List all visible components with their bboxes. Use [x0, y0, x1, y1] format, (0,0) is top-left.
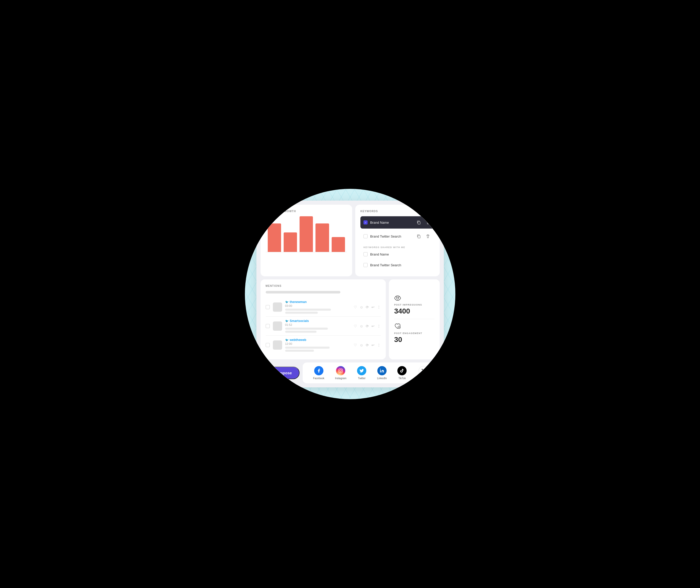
mention-text-1 [285, 309, 331, 311]
bar-5 [331, 237, 345, 252]
twitter-bird-icon-2: 🐦 [285, 319, 289, 323]
facebook-label: Facebook [313, 377, 324, 380]
stats-card: POST IMPRESSIONS 3400 POST ENGAGEMENT 30 [389, 279, 440, 359]
mention-actions-3: ♡ ☺ ⟳ ↩ ⋮ [354, 343, 381, 347]
social-platforms-card: Facebook Instagram [302, 362, 440, 383]
facebook-icon [314, 366, 323, 375]
keyword-actions-brand-name [415, 219, 432, 226]
svg-rect-1 [418, 236, 420, 238]
svg-point-5 [340, 370, 342, 372]
keywords-card: KEYWORDS ✓ Brand Name [355, 205, 440, 276]
mentions-search-bar [266, 291, 340, 293]
footer-row: Compose Facebook [260, 362, 440, 383]
more-icon-1[interactable]: ⋮ [377, 305, 381, 309]
compose-button[interactable]: Compose [260, 367, 299, 379]
keyword-checkbox-shared-brand-twitter[interactable] [364, 263, 368, 267]
more-icon-3[interactable]: ⋮ [377, 343, 381, 347]
engagement-icon [394, 323, 434, 331]
keyword-checkbox-brand-twitter[interactable] [364, 234, 368, 238]
compose-label: Compose [274, 371, 292, 375]
platform-facebook[interactable]: Facebook [313, 366, 324, 380]
mention-item-webtheweb: 🐦 webtheweb 12:00 ♡ ☺ ⟳ ↩ ⋮ [266, 336, 381, 354]
reply-icon-1[interactable]: ↩ [372, 305, 375, 309]
linkedin-label: LinkedIn [377, 377, 387, 380]
mention-username-3: webtheweb [290, 338, 306, 342]
x-twitter-label: X (Twitter) [418, 377, 429, 380]
twitter-bird-icon-3: 🐦 [285, 338, 289, 342]
audience-growth-title: AUDIENCE GROWTH [266, 210, 347, 213]
impressions-icon [394, 295, 434, 302]
mention-user-1: 🐦 thenewman [285, 300, 351, 304]
keyword-label-brand-twitter: Brand Twitter Search [370, 234, 413, 238]
mention-item-smartsocials: 🐦 Smartsocials 01:52 ♡ ☺ ⟳ ↩ ⋮ [266, 317, 381, 336]
emoji-icon-3[interactable]: ☺ [360, 343, 363, 347]
mention-checkbox-1[interactable] [266, 305, 270, 309]
keyword-label-shared-brand-twitter: Brand Twitter Search [370, 263, 432, 267]
keyword-row-brand-twitter[interactable]: Brand Twitter Search [361, 230, 435, 242]
retweet-icon-2[interactable]: ⟳ [366, 324, 369, 328]
platform-twitter[interactable]: Twitter [357, 366, 366, 380]
mention-avatar-2 [273, 321, 282, 331]
more-icon-2[interactable]: ⋮ [377, 324, 381, 328]
instagram-icon [336, 366, 345, 375]
mentions-title: MENTIONS [266, 285, 381, 287]
retweet-icon-1[interactable]: ⟳ [366, 305, 369, 309]
audience-growth-card: AUDIENCE GROWTH [260, 205, 352, 276]
mention-username-1: thenewman [290, 300, 307, 304]
platform-linkedin[interactable]: LinkedIn [377, 366, 387, 380]
twitter-label: Twitter [358, 377, 366, 380]
svg-rect-0 [418, 222, 420, 224]
copy-keyword-button[interactable] [415, 219, 422, 226]
post-engagement-value: 30 [394, 336, 434, 344]
svg-point-8 [380, 369, 381, 370]
keyword-checkbox-shared-brand-name[interactable] [364, 252, 368, 256]
twitter-icon [357, 366, 366, 375]
emoji-icon-1[interactable]: ☺ [360, 305, 363, 309]
platform-instagram[interactable]: Instagram [335, 366, 346, 380]
keyword-row-shared-brand-twitter[interactable]: Brand Twitter Search [361, 260, 435, 270]
svg-rect-7 [380, 370, 381, 373]
mention-avatar-1 [273, 302, 282, 312]
post-impressions-label: POST IMPRESSIONS [394, 303, 434, 306]
reply-icon-3[interactable]: ↩ [372, 343, 375, 347]
reply-icon-2[interactable]: ↩ [372, 324, 375, 328]
twitter-bird-icon-1: 🐦 [285, 300, 289, 304]
bar-4 [315, 223, 329, 252]
mention-text-6 [285, 350, 314, 352]
keyword-row-brand-name-active[interactable]: ✓ Brand Name [361, 216, 435, 229]
post-impressions-value: 3400 [394, 307, 434, 315]
mention-time-1: 03:00 [285, 304, 351, 307]
platform-x-twitter[interactable]: X (Twitter) [418, 366, 429, 380]
svg-point-3 [398, 326, 401, 329]
mentions-card: MENTIONS 🐦 thenewman 03:00 [260, 279, 386, 359]
keyword-checkbox-brand-name[interactable]: ✓ [364, 220, 368, 224]
background-circle: AUDIENCE GROWTH KEYWORDS ✓ Brand Name [245, 189, 455, 399]
bar-3 [299, 216, 313, 252]
like-icon-1[interactable]: ♡ [354, 305, 357, 309]
like-icon-3[interactable]: ♡ [354, 343, 357, 347]
delete-keyword-button[interactable] [424, 219, 432, 226]
emoji-icon-2[interactable]: ☺ [360, 324, 363, 328]
like-icon-2[interactable]: ♡ [354, 324, 357, 328]
post-impressions-stat: POST IMPRESSIONS 3400 [394, 292, 434, 319]
mention-text-5 [285, 347, 330, 349]
keyword-label-shared-brand-name: Brand Name [370, 252, 432, 256]
tiktok-icon [398, 366, 407, 375]
keywords-shared-section-label: KEYWORDS SHARED WITH ME [361, 244, 435, 250]
mention-checkbox-2[interactable] [266, 324, 270, 328]
main-dashboard-card: AUDIENCE GROWTH KEYWORDS ✓ Brand Name [256, 201, 444, 387]
svg-point-6 [341, 369, 342, 370]
post-engagement-label: POST ENGAGEMENT [394, 332, 434, 335]
bar-1 [268, 223, 281, 252]
keyword-row-shared-brand-name[interactable]: Brand Name [361, 250, 435, 259]
platform-tiktok[interactable]: TikTok [398, 366, 407, 380]
keyword-label-brand-name: Brand Name [370, 221, 413, 224]
retweet-icon-3[interactable]: ⟳ [366, 343, 369, 347]
copy-keyword-twitter-button[interactable] [415, 233, 422, 240]
delete-keyword-twitter-button[interactable] [424, 233, 432, 240]
x-twitter-icon [419, 366, 428, 375]
mention-checkbox-3[interactable] [266, 343, 270, 347]
mention-avatar-3 [273, 340, 282, 350]
mention-user-2: 🐦 Smartsocials [285, 319, 351, 323]
keywords-title: KEYWORDS [361, 210, 435, 213]
